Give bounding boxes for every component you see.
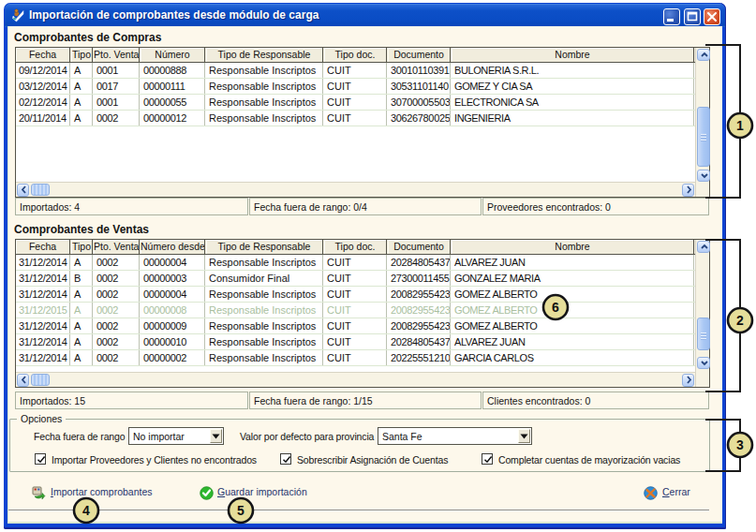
- svg-text:6: 6: [552, 300, 559, 315]
- svg-text:4: 4: [82, 503, 90, 518]
- svg-text:2: 2: [736, 313, 744, 328]
- svg-text:5: 5: [237, 503, 245, 518]
- svg-text:3: 3: [736, 437, 744, 452]
- svg-text:1: 1: [736, 118, 744, 133]
